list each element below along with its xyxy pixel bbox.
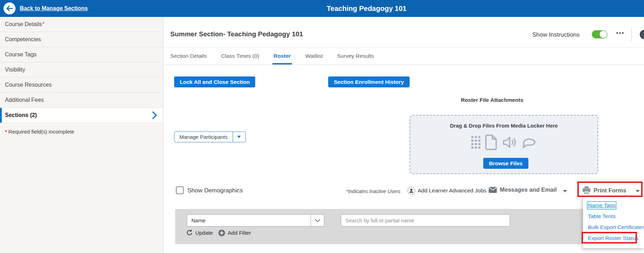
dropzone-instruction: Drag & Drop Files From Media Locker Here: [410, 123, 597, 129]
sidebar-item-label: Sections (2): [5, 112, 37, 118]
printer-icon: [582, 186, 591, 194]
section-enrollment-history-button[interactable]: Section Enrollment History: [328, 76, 410, 87]
tab-class-times[interactable]: Class Times (0): [221, 48, 259, 64]
required-fields-note: *Required field(s) incomplete: [0, 123, 163, 140]
table-tents-link: Table Tents: [588, 213, 615, 220]
name-tags-link: Name Tags: [588, 202, 615, 209]
tab-waitlist[interactable]: Waitlist: [305, 48, 323, 64]
filter-field-value: Name: [187, 215, 311, 226]
sidebar-item-visibility[interactable]: Visibility: [0, 62, 163, 78]
course-title: Teaching Pedagogy 101: [327, 0, 406, 17]
envelope-icon: [489, 187, 497, 193]
tab-survey-results[interactable]: Survey Results: [337, 48, 374, 64]
caret-down-icon: [237, 136, 241, 138]
manage-participants-button[interactable]: Manage Participants: [174, 131, 246, 142]
print-forms-button[interactable]: Print Forms: [582, 186, 626, 194]
sidebar-item-sections[interactable]: Sections (2): [0, 108, 163, 123]
update-label: Update: [195, 230, 213, 236]
print-forms-menu: Name Tags Table Tents Bulk Export Certif…: [583, 197, 644, 248]
sidebar-item-label: Course Resources: [5, 82, 52, 88]
audio-speaker-icon: [502, 135, 518, 150]
browse-files-button[interactable]: Browse Files: [483, 158, 528, 169]
sidebar-item-additional-fees[interactable]: Additional Fees: [0, 93, 163, 108]
file-dropzone[interactable]: Drag & Drop Files From Media Locker Here: [410, 115, 598, 174]
manage-participants-dropdown[interactable]: [233, 132, 245, 142]
chevron-right-icon: [151, 111, 158, 119]
sidebar-item-label: Course Details: [5, 21, 42, 27]
section-tabs: Section Details Class Times (0) Roster W…: [163, 48, 644, 65]
more-options-button[interactable]: •••: [616, 30, 625, 37]
update-button[interactable]: Update: [186, 229, 213, 236]
add-filter-label: Add Filter: [228, 230, 251, 236]
messages-and-email-label: Messages and Email: [500, 186, 557, 193]
course-nav-sidebar: Course Details* Competencies Course Tags…: [0, 17, 163, 253]
refresh-icon: [186, 229, 193, 236]
back-to-manage-sections-link[interactable]: Back to Manage Sections: [20, 0, 88, 17]
sidebar-item-competencies[interactable]: Competencies: [0, 32, 163, 47]
main-content: Summer Section- Teaching Pedagogy 101 Sh…: [163, 17, 644, 253]
menu-item-export-roster-status[interactable]: Export Roster Status: [583, 233, 644, 243]
section-roster-page: Back to Manage Sections Teaching Pedagog…: [0, 0, 644, 253]
inactive-users-note: *Indicates Inactive Users: [346, 189, 400, 194]
manage-participants-label: Manage Participants: [174, 132, 233, 142]
section-page-title: Summer Section- Teaching Pedagogy 101: [170, 30, 303, 38]
cropped-circle-icon[interactable]: [640, 30, 644, 39]
caret-down-icon: [636, 190, 640, 192]
export-roster-status-link: Export Roster Status: [588, 235, 638, 241]
bulk-export-certificates-link: Bulk Export Certificates: [588, 224, 644, 230]
select-chevron-segment[interactable]: [311, 215, 324, 226]
sidebar-item-course-resources[interactable]: Course Resources: [0, 78, 163, 93]
show-demographics-checkbox[interactable]: [176, 186, 184, 194]
sidebar-item-label: Competencies: [5, 36, 41, 43]
menu-item-bulk-export-certificates[interactable]: Bulk Export Certificates: [583, 222, 644, 233]
sidebar-item-label: Course Tags: [5, 51, 37, 58]
file-icon: [483, 134, 499, 151]
show-demographics-label: Show Demographics: [188, 187, 243, 194]
header-divider: [631, 28, 632, 41]
required-asterisk: *: [42, 21, 44, 27]
lock-all-close-section-button[interactable]: Lock All and Close Section: [174, 76, 255, 87]
plus-circle-icon: [218, 229, 225, 236]
sidebar-item-course-details[interactable]: Course Details*: [0, 17, 163, 32]
dropzone-icons: [410, 134, 597, 151]
add-filter-button[interactable]: Add Filter: [218, 229, 251, 236]
add-learner-label: Add Learner Advanced Jobs: [418, 187, 486, 194]
roster-filter-bar: Name Update: [175, 209, 632, 244]
sidebar-item-label: Visibility: [5, 67, 25, 73]
back-button[interactable]: [4, 2, 16, 14]
required-note-text: Required field(s) incomplete: [8, 129, 74, 135]
section-header-row: Summer Section- Teaching Pedagogy 101 Sh…: [163, 17, 644, 48]
filter-field-select[interactable]: Name: [187, 214, 324, 227]
tab-roster[interactable]: Roster: [274, 48, 291, 64]
add-learner-icon: [407, 186, 416, 195]
caret-down-icon: [563, 190, 567, 192]
chevron-down-icon: [315, 219, 320, 222]
menu-item-table-tents[interactable]: Table Tents: [583, 211, 644, 222]
roster-file-attachments-title: Roster File Attachments: [446, 97, 538, 103]
arrow-left-icon: [6, 5, 13, 12]
top-header-bar: Back to Manage Sections Teaching Pedagog…: [0, 0, 644, 17]
print-forms-dropdown-caret[interactable]: [636, 190, 640, 192]
sidebar-item-label: Additional Fees: [5, 97, 44, 103]
required-asterisk: *: [5, 129, 7, 135]
messages-and-email-button[interactable]: Messages and Email: [489, 186, 557, 193]
show-instructions-label: Show Instructions: [532, 31, 579, 38]
add-learner-advanced-jobs-button[interactable]: Add Learner Advanced Jobs: [407, 186, 486, 195]
sidebar-item-course-tags[interactable]: Course Tags: [0, 47, 163, 62]
toggle-knob: [600, 31, 607, 38]
drag-dots-icon: [471, 136, 480, 149]
tab-section-details[interactable]: Section Details: [170, 48, 207, 64]
search-input[interactable]: [341, 214, 510, 227]
print-forms-label: Print Forms: [594, 187, 626, 194]
show-instructions-toggle[interactable]: [592, 30, 607, 38]
chat-bubble-icon: [521, 135, 537, 150]
menu-item-name-tags[interactable]: Name Tags: [583, 200, 644, 211]
messages-dropdown-caret[interactable]: [563, 190, 567, 192]
